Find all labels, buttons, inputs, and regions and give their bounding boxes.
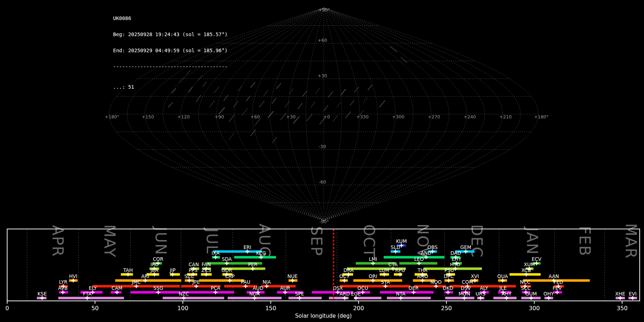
shower-code-label: ERI bbox=[243, 244, 251, 250]
meteor-observation-screen: +90°+60+30-30-60-90°+180°+150+120+90+60+… bbox=[0, 0, 644, 322]
peak-marker bbox=[61, 291, 65, 294]
peak-marker bbox=[126, 273, 130, 277]
shower-code-label: THA bbox=[417, 267, 428, 273]
peak-marker bbox=[156, 291, 160, 294]
shower-bar bbox=[354, 297, 381, 299]
peak-marker bbox=[399, 296, 403, 300]
shower-code-label: XHE bbox=[615, 291, 625, 297]
peak-marker bbox=[382, 273, 386, 277]
peak-marker bbox=[361, 291, 365, 294]
shower-code-label: HVI bbox=[69, 273, 77, 279]
shower-code-label: DSX bbox=[333, 285, 343, 291]
shower-code-label: ALY bbox=[480, 285, 488, 291]
shower-code-label: JIP bbox=[170, 267, 176, 273]
x-axis-tick-label: 100 bbox=[177, 305, 189, 312]
month-label: SEP bbox=[308, 226, 325, 257]
peak-marker bbox=[420, 279, 424, 283]
shower-code-label: LEO bbox=[414, 256, 424, 262]
peak-marker bbox=[547, 296, 551, 300]
shower-code-label: SPE bbox=[295, 291, 304, 297]
peak-marker bbox=[462, 296, 466, 300]
shower-code-label: PCA bbox=[211, 285, 221, 291]
peak-marker bbox=[411, 291, 415, 294]
peak-marker bbox=[214, 291, 218, 294]
peak-marker bbox=[152, 273, 156, 277]
shower-code-label: AUR bbox=[280, 285, 291, 291]
shower-code-label: URS bbox=[475, 291, 486, 297]
shower-code-label: LYR bbox=[59, 279, 67, 285]
peak-marker bbox=[194, 284, 198, 288]
peak-marker bbox=[265, 284, 269, 288]
peak-marker bbox=[555, 291, 559, 294]
peak-marker bbox=[618, 296, 622, 300]
shower-bar bbox=[340, 285, 410, 288]
end-time: End: 20250929 04:49:59 (sol = 185.96°) bbox=[113, 48, 228, 53]
shower-code-label: CAN bbox=[189, 262, 199, 267]
observation-header: UK0086 Beg: 20250928 19:24:43 (sol = 185… bbox=[113, 5, 228, 101]
shower-code-label: OER bbox=[409, 285, 419, 291]
shower-code-label: SZC bbox=[184, 273, 194, 279]
shower-code-label: NUE bbox=[287, 273, 298, 279]
shower-code-label: ARI bbox=[141, 273, 150, 279]
shower-bar bbox=[131, 291, 181, 294]
peak-marker bbox=[447, 279, 451, 283]
peak-marker bbox=[115, 291, 119, 294]
shower-code-label: HYD bbox=[450, 262, 460, 267]
shower-code-label: FTA bbox=[83, 291, 92, 297]
shower-code-label: GEM bbox=[460, 244, 471, 250]
shower-code-label: DRA bbox=[343, 267, 354, 273]
peak-marker bbox=[342, 279, 346, 283]
x-axis-tick-label: 350 bbox=[617, 305, 628, 312]
shower-code-label: SLD bbox=[391, 244, 400, 250]
shower-bar bbox=[380, 291, 434, 294]
shower-code-label: AHY bbox=[502, 291, 512, 297]
shower-code-label: ZCS bbox=[201, 267, 211, 273]
meteor-count: ...: 51 bbox=[113, 84, 228, 90]
shower-code-label: IXA bbox=[211, 250, 220, 256]
station-id: UK0086 bbox=[113, 16, 228, 21]
peak-marker bbox=[398, 273, 402, 277]
shower-code-label: RPU bbox=[395, 267, 405, 273]
shower-code-label: DKD bbox=[443, 285, 453, 291]
shower-code-label: JEA bbox=[150, 267, 159, 273]
shower-code-label: STA bbox=[381, 279, 390, 285]
peak-marker bbox=[371, 279, 375, 283]
shower-code-label: OBS bbox=[428, 244, 438, 250]
peak-marker bbox=[143, 279, 147, 283]
shower-code-label: PAU bbox=[241, 279, 250, 285]
shower-code-label: AAN bbox=[548, 273, 559, 279]
shower-code-label: EVI bbox=[629, 291, 636, 297]
peak-marker bbox=[529, 296, 533, 300]
x-axis-tick-label: 300 bbox=[529, 305, 540, 312]
shower-code-label: SDA bbox=[222, 256, 232, 262]
shower-code-label: AVB bbox=[58, 285, 68, 291]
shower-code-label: NTA bbox=[396, 291, 406, 297]
shower-code-label: FEV bbox=[552, 285, 562, 291]
peak-marker bbox=[473, 279, 477, 283]
shower-code-label: DPC bbox=[444, 273, 454, 279]
begin-time: Beg: 20250928 19:24:43 (sol = 185.57°) bbox=[113, 32, 228, 37]
shower-code-label: AMO bbox=[417, 273, 428, 279]
peak-marker bbox=[631, 296, 635, 300]
shower-bar bbox=[288, 297, 322, 299]
peak-marker bbox=[354, 296, 358, 300]
shower-code-label: NCC bbox=[520, 279, 530, 285]
peak-marker bbox=[71, 279, 75, 283]
peak-marker bbox=[228, 279, 232, 283]
shower-bar bbox=[115, 279, 181, 282]
month-label: JAN bbox=[523, 226, 541, 255]
shower-code-label: MON bbox=[459, 291, 470, 297]
shower-code-label: ECV bbox=[532, 256, 542, 262]
shower-code-label: KCG bbox=[256, 250, 266, 256]
peak-marker bbox=[85, 296, 89, 300]
month-label: MAR bbox=[622, 223, 640, 259]
x-axis-tick-label: 150 bbox=[265, 305, 276, 312]
peak-marker bbox=[244, 284, 248, 288]
month-label: DEC bbox=[468, 224, 486, 258]
peak-marker bbox=[394, 250, 397, 254]
shower-bar bbox=[353, 279, 402, 282]
peak-marker bbox=[298, 296, 302, 300]
peak-marker bbox=[187, 279, 191, 283]
shower-code-label: FED bbox=[553, 279, 563, 285]
shower-code-label: FAN bbox=[201, 262, 211, 267]
